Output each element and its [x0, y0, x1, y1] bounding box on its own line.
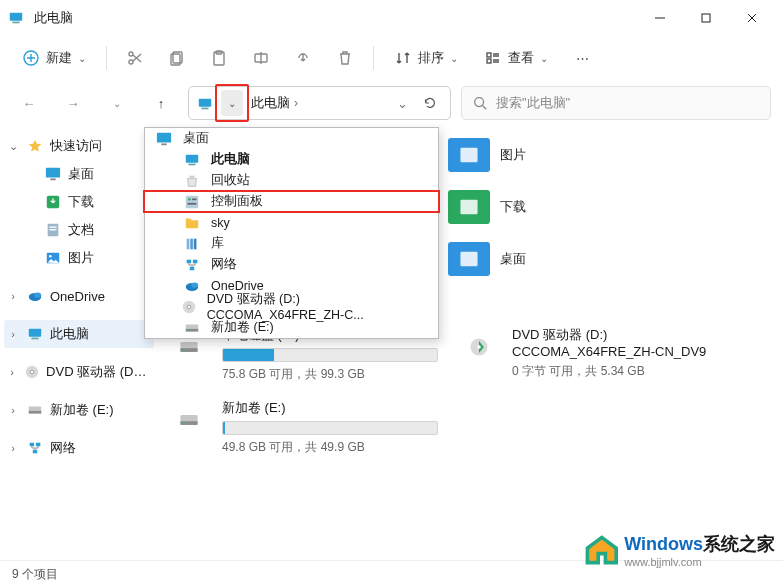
address-menu-label: 此电脑 — [211, 151, 250, 168]
drive-usage-bar — [222, 421, 438, 435]
sidebar-item[interactable]: › DVD 驱动器 (D:) CC — [4, 358, 154, 386]
folder-tile[interactable]: 桌面 — [448, 236, 618, 282]
drive-item[interactable]: 新加卷 (E:) 49.8 GB 可用，共 49.9 GB — [168, 399, 438, 456]
breadcrumb-chevron-icon[interactable]: › — [294, 96, 298, 110]
search-icon — [472, 95, 488, 111]
address-menu-label: 控制面板 — [211, 193, 263, 210]
address-menu-item[interactable]: 回收站 — [145, 170, 438, 191]
chevron-right-icon[interactable]: › — [6, 442, 20, 454]
chevron-right-icon[interactable]: › — [6, 290, 20, 302]
sort-button[interactable]: 排序 ⌄ — [384, 42, 468, 74]
chevron-right-icon[interactable]: › — [6, 404, 20, 416]
folder-icon — [448, 138, 490, 172]
sidebar: ⌄ 快速访问 桌面 下载 文档 图片 › OneDrive › 此电脑 — [0, 126, 158, 560]
up-button[interactable]: ↑ — [144, 86, 178, 120]
address-history-chevron-icon[interactable]: ⌄ — [389, 96, 416, 111]
nav-row: ← → ⌄ ↑ ⌄ 此电脑 › ⌄ 搜索"此电脑" — [0, 80, 783, 126]
recent-button[interactable]: ⌄ — [100, 86, 134, 120]
address-menu-item[interactable]: 库 — [145, 233, 438, 254]
drive-subtitle: 75.8 GB 可用，共 99.3 GB — [222, 366, 438, 383]
sidebar-item-label: DVD 驱动器 (D:) CC — [46, 363, 148, 381]
address-menu-item[interactable]: 控制面板 — [145, 191, 438, 212]
sidebar-item[interactable]: › 新加卷 (E:) — [4, 396, 154, 424]
chevron-down-icon[interactable]: ⌄ — [6, 140, 20, 153]
address-menu-label: 新加卷 (E:) — [211, 319, 274, 336]
refresh-button[interactable] — [416, 95, 444, 111]
separator — [373, 46, 374, 70]
sidebar-item[interactable]: 下载 — [22, 188, 154, 216]
star-icon — [26, 138, 44, 154]
window-title: 此电脑 — [34, 9, 637, 27]
address-menu-item[interactable]: 桌面 — [145, 128, 438, 149]
network-icon — [26, 440, 44, 456]
folder-tile[interactable]: 下载 — [448, 184, 618, 230]
close-button[interactable] — [729, 3, 775, 33]
address-menu-item[interactable]: 此电脑 — [145, 149, 438, 170]
sidebar-item[interactable]: 桌面 — [22, 160, 154, 188]
sidebar-item[interactable]: 图片 — [22, 244, 154, 272]
new-label: 新建 — [46, 49, 72, 67]
address-menu-item[interactable]: sky — [145, 212, 438, 233]
house-icon — [582, 532, 618, 568]
control-panel-icon — [183, 194, 201, 210]
watermark-url: www.bjjmlv.com — [624, 556, 775, 568]
drive-item[interactable]: DVD 驱动器 (D:) CCCOMA_X64FRE_ZH-CN_DV9 0 字… — [458, 326, 728, 383]
chevron-right-icon[interactable]: › — [6, 328, 20, 340]
drive-title: 新加卷 (E:) — [222, 399, 438, 417]
recycle-icon — [183, 173, 201, 189]
sidebar-item[interactable]: › 此电脑 — [4, 320, 154, 348]
address-menu-label: sky — [211, 216, 230, 230]
view-label: 查看 — [508, 49, 534, 67]
delete-button[interactable] — [327, 42, 363, 74]
pc-icon — [183, 152, 201, 168]
pc-icon — [26, 326, 44, 342]
address-menu-label: DVD 驱动器 (D:) CCCOMA_X64FRE_ZH-C... — [207, 291, 428, 322]
sort-label: 排序 — [418, 49, 444, 67]
desktop-icon — [155, 131, 173, 147]
chevron-right-icon[interactable]: › — [6, 366, 18, 378]
more-button[interactable]: ⋯ — [564, 42, 600, 74]
address-menu-item[interactable]: DVD 驱动器 (D:) CCCOMA_X64FRE_ZH-C... — [145, 296, 438, 317]
cut-button[interactable] — [117, 42, 153, 74]
watermark: Windows系统之家 www.bjjmlv.com — [582, 532, 775, 568]
sidebar-item-label: OneDrive — [50, 289, 105, 304]
address-menu-item[interactable]: 网络 — [145, 254, 438, 275]
paste-button[interactable] — [201, 42, 237, 74]
sidebar-item[interactable]: › 网络 — [4, 434, 154, 462]
view-button[interactable]: 查看 ⌄ — [474, 42, 558, 74]
app-icon — [8, 10, 24, 26]
forward-button[interactable]: → — [56, 86, 90, 120]
chevron-down-icon: ⌄ — [78, 53, 86, 64]
address-dropdown-button[interactable]: ⌄ — [221, 90, 243, 116]
back-button[interactable]: ← — [12, 86, 46, 120]
share-button[interactable] — [285, 42, 321, 74]
address-bar[interactable]: ⌄ 此电脑 › ⌄ — [188, 86, 451, 120]
copy-button[interactable] — [159, 42, 195, 74]
folder-icon — [183, 215, 201, 231]
document-icon — [44, 222, 62, 238]
search-input[interactable]: 搜索"此电脑" — [461, 86, 771, 120]
svg-rect-43 — [460, 200, 477, 215]
minimize-button[interactable] — [637, 3, 683, 33]
window-controls — [637, 3, 775, 33]
rename-button[interactable] — [243, 42, 279, 74]
maximize-button[interactable] — [683, 3, 729, 33]
dvd-icon — [181, 299, 197, 315]
network-icon — [183, 257, 201, 273]
sidebar-item[interactable]: › OneDrive — [4, 282, 154, 310]
folder-label: 桌面 — [500, 250, 526, 268]
drive-subtitle: 49.8 GB 可用，共 49.9 GB — [222, 439, 438, 456]
drive-usage-bar — [222, 348, 438, 362]
hdd-icon — [168, 399, 210, 441]
chevron-down-icon: ⌄ — [228, 98, 236, 109]
sidebar-item[interactable]: 文档 — [22, 216, 154, 244]
new-button[interactable]: 新建 ⌄ — [12, 42, 96, 74]
sidebar-quick-access[interactable]: ⌄ 快速访问 — [4, 132, 154, 160]
sidebar-item-label: 快速访问 — [50, 137, 102, 155]
library-icon — [183, 236, 201, 252]
address-dropdown-menu: 桌面 此电脑 回收站 控制面板 sky 库 网络 OneDrive DVD 驱动 — [144, 127, 439, 339]
folder-icon — [448, 190, 490, 224]
watermark-title: Windows系统之家 — [624, 532, 775, 556]
sidebar-item-label: 新加卷 (E:) — [50, 401, 114, 419]
folder-tile[interactable]: 图片 — [448, 132, 618, 178]
